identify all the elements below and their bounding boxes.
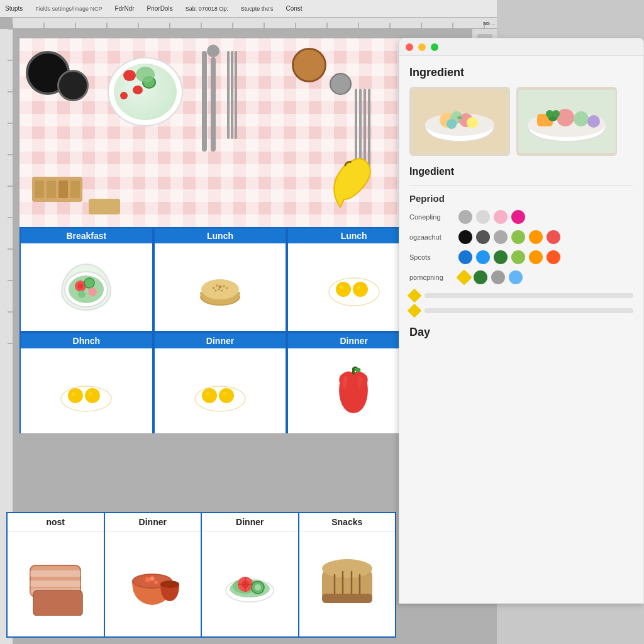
horizontal-ruler: // Will be rendered statically 50 SD....: [13, 18, 497, 29]
meal-canvas: Breakfast: [19, 38, 421, 434]
salad-plate: [108, 57, 183, 126]
svg-point-98: [457, 116, 462, 119]
bottom-food-dinner-2: [221, 531, 278, 636]
swatch-deep-orange[interactable]: [547, 250, 560, 264]
swatch-gray[interactable]: [458, 210, 472, 224]
svg-point-55: [72, 392, 75, 396]
swatch-gray-dot[interactable]: [491, 270, 505, 284]
bottom-label-dinner-1: Dinner: [105, 513, 201, 531]
progress-fill-1: [425, 293, 592, 298]
breakfast-food: [21, 243, 152, 331]
ingredient-subsection: Ingedient: [409, 166, 633, 177]
fork-icon-2: [231, 51, 233, 139]
swatch-orange[interactable]: [529, 230, 543, 244]
swatch-dark-gray[interactable]: [476, 230, 490, 244]
panel-content: Ingredient: [399, 56, 643, 349]
meal-cell-breakfast: Breakfast: [19, 227, 153, 332]
swatch-black[interactable]: [458, 230, 472, 244]
svg-point-72: [154, 580, 158, 584]
svg-rect-90: [322, 594, 372, 603]
panel-titlebar: [399, 38, 643, 56]
progress-bar-2[interactable]: [425, 308, 633, 313]
svg-point-42: [218, 285, 221, 288]
svg-point-41: [216, 284, 218, 287]
spoon-bowl: [207, 45, 219, 57]
dinner-food-1: [155, 348, 286, 434]
toolbar-item-1[interactable]: Stupts: [5, 5, 23, 12]
swatch-yellow-diamond[interactable]: [456, 269, 472, 285]
svg-point-47: [218, 288, 219, 290]
bottom-food-dinner-1: [126, 531, 179, 636]
svg-point-104: [587, 115, 600, 128]
swatch-blue[interactable]: [476, 250, 490, 264]
meal-cell-dhnch: Dhnch: [19, 332, 153, 434]
svg-point-61: [219, 388, 234, 403]
meal-grid-top: Breakfast: [19, 227, 421, 332]
svg-text:SD....: SD....: [483, 21, 496, 26]
swatch-light-blue[interactable]: [509, 270, 523, 284]
period-section: Pepriod Conepling ogzaachut: [409, 193, 633, 339]
svg-point-60: [206, 392, 209, 396]
spcots-swatches: [458, 250, 560, 264]
svg-point-51: [353, 282, 368, 297]
svg-point-74: [160, 580, 179, 588]
banana-decoration: [320, 158, 383, 208]
bottom-label-breakfast: nost: [8, 513, 104, 531]
svg-point-49: [336, 282, 351, 297]
ogzaachut-label: ogzaachut: [409, 233, 453, 241]
maximize-button[interactable]: [431, 43, 438, 51]
progress-bar-1[interactable]: [425, 293, 633, 298]
svg-rect-63: [352, 367, 355, 375]
svg-point-45: [214, 289, 216, 291]
minimize-button[interactable]: [418, 43, 426, 51]
svg-point-102: [557, 109, 574, 126]
tablecloth-section: [19, 38, 421, 227]
toolbar-item-5: Sab: 070018 Op:: [186, 6, 228, 12]
right-panel: Ingredient: [399, 38, 644, 604]
svg-point-52: [357, 286, 360, 289]
swatch-red[interactable]: [547, 230, 560, 244]
svg-point-54: [68, 388, 83, 403]
svg-point-97: [447, 119, 457, 129]
bottom-cell-dinner-soup: Dinner: [105, 513, 203, 636]
swatch-light-green[interactable]: [511, 250, 525, 264]
sauce-cup-small: [330, 73, 352, 95]
swatch-light-gray[interactable]: [476, 210, 490, 224]
fork-icon-3: [235, 51, 237, 139]
svg-rect-66: [30, 580, 80, 587]
svg-point-39: [201, 279, 239, 299]
bottom-cell-snacks: Snacks: [299, 513, 396, 636]
progress-fill-2: [425, 308, 487, 313]
svg-point-57: [89, 392, 92, 396]
swatch-amber[interactable]: [529, 250, 543, 264]
toolbar-item-7[interactable]: Const: [286, 5, 302, 12]
color-row-spcots: Spcots: [409, 250, 633, 264]
toolbar-item-2: Fields settings/image NCP: [35, 6, 102, 12]
period-label: Pepriod: [409, 193, 633, 204]
close-button[interactable]: [406, 43, 413, 51]
svg-point-34: [78, 284, 83, 289]
meal-cell-dinner-1: Dinner: [153, 332, 287, 434]
svg-point-85: [322, 559, 372, 578]
swatch-blue-dark[interactable]: [458, 250, 472, 264]
swatch-green[interactable]: [511, 230, 525, 244]
lunch-label-1: Lunch: [155, 228, 286, 243]
swatch-medium-gray[interactable]: [494, 230, 508, 244]
lunch-food-1: [155, 243, 286, 331]
svg-point-103: [574, 111, 589, 126]
day-label: Day: [409, 326, 633, 339]
swatch-pink-light[interactable]: [494, 210, 508, 224]
toolbar-item-4[interactable]: PriorDols: [147, 5, 173, 12]
toolbar-item-3[interactable]: FdrNdr: [114, 5, 134, 12]
progress-row-2: [409, 306, 633, 316]
swatch-pink-dark[interactable]: [511, 210, 525, 224]
ingredient-image-2: [516, 87, 617, 156]
conepling-label: Conepling: [409, 213, 453, 221]
conepling-swatches: [458, 210, 525, 224]
ingredient-image-1: [409, 87, 510, 156]
svg-point-44: [226, 287, 228, 289]
swatch-green-dot[interactable]: [474, 270, 487, 284]
svg-point-56: [85, 388, 100, 403]
swatch-dark-green[interactable]: [494, 250, 508, 264]
color-row-conepling: Conepling: [409, 210, 633, 224]
